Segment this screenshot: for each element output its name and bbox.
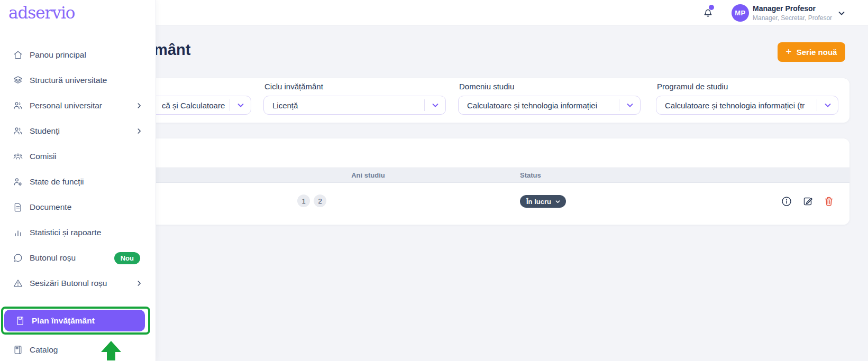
annotation-arrow-up <box>101 341 121 360</box>
chevron-down-icon <box>425 101 445 109</box>
sidebar-item-personal-universitar[interactable]: Personal universitar <box>0 93 156 118</box>
info-button[interactable] <box>781 196 792 207</box>
domain-select[interactable]: Calculatoare și tehnologia informației <box>458 96 641 115</box>
sidebar-item-catalog[interactable]: Catalog <box>0 341 156 358</box>
warning-triangle-icon <box>13 278 23 289</box>
notification-dot <box>709 5 714 10</box>
users-icon <box>13 126 23 136</box>
sidebar-item-label: Catalog <box>30 345 58 355</box>
sidebar-item-label: Studenți <box>30 126 60 136</box>
plus-icon: + <box>786 47 792 57</box>
plan-document-icon <box>15 316 25 326</box>
sidebar-item-label: Documente <box>30 202 71 212</box>
bar-chart-icon <box>13 227 23 238</box>
chevron-down-icon <box>619 101 640 109</box>
status-label: În lucru <box>526 198 551 206</box>
study-years: 1 2 <box>297 195 326 207</box>
sidebar-nav: Panou principal Structură universitate P… <box>0 42 156 296</box>
sidebar-item-label: Sesizări Butonul roșu <box>30 279 107 288</box>
chevron-down-icon <box>230 101 251 109</box>
sidebar-item-label: Plan învățământ <box>32 316 95 326</box>
group-icon <box>13 151 23 162</box>
sidebar: adservio Panou principal Structură unive… <box>0 0 156 361</box>
layers-icon <box>13 75 23 86</box>
edit-button[interactable] <box>802 196 813 207</box>
chevron-down-icon <box>817 101 838 109</box>
column-header-status: Status <box>520 168 541 182</box>
row-actions <box>781 196 834 207</box>
table-row: 1 2 În lucru <box>55 183 849 225</box>
annotation-highlight-box: Plan învățământ <box>1 307 150 335</box>
filters-card: că și Calculatoare Ciclu invățământ Lice… <box>55 78 849 123</box>
users-icon <box>13 100 23 111</box>
sidebar-item-statistici[interactable]: Statistici și rapoarte <box>0 220 156 245</box>
user-roles: Manager, Secretar, Profesor <box>753 14 832 22</box>
cycle-label: Ciclu invățământ <box>264 82 323 91</box>
sidebar-item-label: Butonul roșu <box>30 253 76 263</box>
chevron-down-icon <box>837 9 846 17</box>
avatar: MP <box>732 4 749 22</box>
new-series-label: Serie nouă <box>797 48 837 57</box>
series-table-card: Ani studiu Status 1 2 În lucru <box>55 138 849 225</box>
domain-value: Calculatoare și tehnologia informației <box>467 101 619 110</box>
sidebar-item-documente[interactable]: Documente <box>0 195 156 220</box>
user-name: Manager Profesor <box>753 4 832 13</box>
sidebar-item-studenti[interactable]: Studenți <box>0 118 156 144</box>
chat-bubble-icon <box>13 253 23 263</box>
cycle-select[interactable]: Licență <box>263 96 446 115</box>
chevron-right-icon <box>135 127 143 135</box>
book-icon <box>13 345 23 355</box>
sidebar-item-label: Statistici și rapoarte <box>30 228 101 237</box>
table-header-row: Ani studiu Status <box>55 168 849 183</box>
chevron-right-icon <box>135 280 143 287</box>
sidebar-item-butonul-rosu[interactable]: Butonul roșu Nou <box>0 245 156 271</box>
sidebar-item-panou-principal[interactable]: Panou principal <box>0 42 156 68</box>
notifications-button[interactable] <box>702 6 716 20</box>
sidebar-item-sesizari[interactable]: Sesizări Butonul roșu <box>0 271 156 296</box>
sidebar-item-structura-universitate[interactable]: Structură universitate <box>0 68 156 93</box>
home-icon <box>13 50 23 60</box>
brand-logo[interactable]: adservio <box>8 3 75 22</box>
cycle-value: Licență <box>272 101 424 110</box>
new-series-button[interactable]: + Serie nouă <box>778 42 845 62</box>
sidebar-item-label: Panou principal <box>30 50 86 60</box>
program-select[interactable]: Calculatoare și tehnologia informației (… <box>656 96 838 115</box>
year-chip[interactable]: 1 <box>297 195 310 207</box>
status-dropdown[interactable]: În lucru <box>520 195 566 208</box>
delete-button[interactable] <box>824 196 834 207</box>
sidebar-item-label: Structură universitate <box>30 76 107 85</box>
new-badge: Nou <box>114 252 140 264</box>
sidebar-item-plan-invatamant[interactable]: Plan învățământ <box>4 310 145 331</box>
program-value: Calculatoare și tehnologia informației (… <box>665 101 817 110</box>
document-icon <box>13 202 23 212</box>
sidebar-item-comisii[interactable]: Comisii <box>0 144 156 169</box>
user-gear-icon <box>13 177 23 187</box>
sidebar-item-label: Personal universitar <box>30 101 102 110</box>
sidebar-item-label: State de funcții <box>30 177 84 187</box>
chevron-down-icon <box>555 199 561 205</box>
chevron-right-icon <box>135 102 143 109</box>
program-label: Programul de studiu <box>657 82 728 91</box>
sidebar-item-label: Comisii <box>30 152 57 161</box>
column-header-years: Ani studiu <box>305 168 432 182</box>
year-chip[interactable]: 2 <box>314 195 326 207</box>
domain-label: Domeniu studiu <box>459 82 514 91</box>
sidebar-item-state-de-functii[interactable]: State de funcții <box>0 169 156 195</box>
